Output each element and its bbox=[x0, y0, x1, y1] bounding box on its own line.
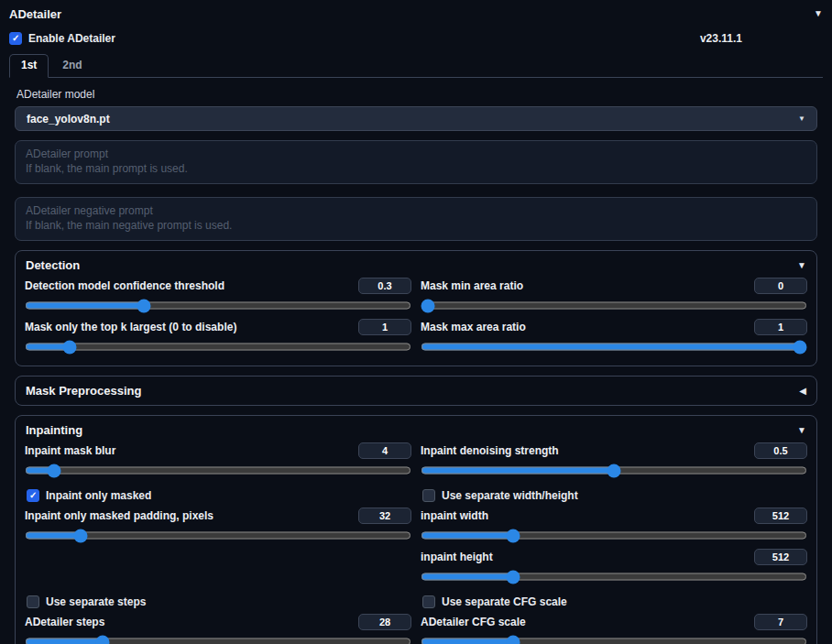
mask-preprocessing-accordion-header[interactable]: Mask Preprocessing ◀ bbox=[23, 384, 809, 398]
inpaint-width-control: inpaint width bbox=[421, 508, 807, 546]
use-separate-steps-checkbox[interactable]: Use separate steps bbox=[27, 595, 410, 609]
use-separate-cfg-scale-checkbox[interactable]: Use separate CFG scale bbox=[422, 595, 805, 609]
confidence-threshold-slider[interactable] bbox=[25, 299, 411, 312]
adetailer-cfg-scale-control: ADetailer CFG scale bbox=[421, 614, 807, 644]
adetailer-steps-input[interactable] bbox=[358, 614, 411, 630]
model-dropdown[interactable]: face_yolov8n.pt ▼ bbox=[15, 106, 817, 131]
mask-max-area-ratio-label: Mask max area ratio bbox=[421, 321, 526, 333]
inpainting-section: Inpainting ▼ Inpaint mask blur Inpaint d… bbox=[15, 415, 817, 644]
version-label: v23.11.1 bbox=[700, 32, 742, 45]
inpaint-height-input[interactable] bbox=[754, 549, 807, 565]
inpaint-mask-blur-control: Inpaint mask blur bbox=[25, 442, 411, 481]
collapse-arrow-icon[interactable]: ▼ bbox=[797, 261, 806, 270]
checkbox-box[interactable] bbox=[422, 489, 435, 502]
checkbox-box[interactable] bbox=[9, 32, 22, 45]
adetailer-cfg-scale-slider[interactable] bbox=[421, 635, 807, 644]
collapse-arrow-icon[interactable]: ▼ bbox=[814, 9, 823, 18]
inpaint-padding-slider[interactable] bbox=[25, 529, 411, 542]
mask-max-area-ratio-slider[interactable] bbox=[421, 340, 807, 354]
enable-adetailer-checkbox[interactable]: Enable ADetailer bbox=[9, 32, 115, 45]
mask-min-area-ratio-label: Mask min area ratio bbox=[421, 279, 523, 292]
extension-title: ADetailer bbox=[9, 7, 61, 21]
inpaint-padding-input[interactable] bbox=[358, 508, 411, 524]
inpaint-mask-blur-slider[interactable] bbox=[25, 464, 411, 477]
use-separate-steps-label: Use separate steps bbox=[46, 595, 146, 608]
confidence-threshold-control: Detection model confidence threshold bbox=[25, 278, 411, 316]
mask-min-area-ratio-slider[interactable] bbox=[421, 299, 807, 312]
top-k-largest-control: Mask only the top k largest (0 to disabl… bbox=[25, 319, 411, 357]
inpaint-height-control: inpaint height bbox=[421, 549, 807, 587]
inpaint-width-label: inpaint width bbox=[421, 509, 488, 522]
inpainting-title: Inpainting bbox=[26, 423, 82, 437]
top-k-largest-label: Mask only the top k largest (0 to disabl… bbox=[25, 321, 236, 333]
adetailer-cfg-scale-input[interactable] bbox=[754, 614, 807, 630]
top-k-largest-slider[interactable] bbox=[25, 340, 411, 354]
tab-1st[interactable]: 1st bbox=[9, 54, 49, 78]
detection-accordion-header[interactable]: Detection ▼ bbox=[23, 258, 809, 278]
mask-min-area-ratio-control: Mask min area ratio bbox=[421, 278, 807, 316]
inpaint-denoising-strength-control: Inpaint denoising strength bbox=[421, 442, 807, 481]
inpaint-height-label: inpaint height bbox=[421, 551, 493, 563]
extension-accordion-header[interactable]: ADetailer ▼ bbox=[9, 5, 823, 22]
model-label: ADetailer model bbox=[16, 88, 816, 101]
adetailer-steps-slider[interactable] bbox=[25, 635, 411, 644]
mask-preprocessing-section: Mask Preprocessing ◀ bbox=[15, 376, 817, 406]
mask-min-area-ratio-input[interactable] bbox=[754, 278, 807, 294]
use-separate-width-height-label: Use separate width/height bbox=[442, 489, 578, 502]
inpaint-only-masked-label: Inpaint only masked bbox=[46, 489, 151, 502]
checkbox-box[interactable] bbox=[27, 489, 39, 502]
empty-cell bbox=[25, 549, 411, 587]
inpaint-denoising-strength-input[interactable] bbox=[754, 442, 807, 459]
inpaint-mask-blur-input[interactable] bbox=[358, 442, 411, 459]
detection-section: Detection ▼ Detection model confidence t… bbox=[15, 250, 817, 366]
confidence-threshold-label: Detection model confidence threshold bbox=[25, 279, 224, 292]
negative-prompt-textarea[interactable] bbox=[15, 197, 817, 241]
detection-title: Detection bbox=[26, 258, 80, 272]
collapse-arrow-icon[interactable]: ▼ bbox=[797, 426, 806, 435]
tab-1st-label: 1st bbox=[21, 59, 37, 71]
inpaint-width-input[interactable] bbox=[754, 508, 807, 524]
confidence-threshold-input[interactable] bbox=[358, 278, 411, 294]
tab-2nd[interactable]: 2nd bbox=[50, 54, 93, 77]
checkbox-box[interactable] bbox=[422, 595, 435, 608]
inpaint-denoising-strength-label: Inpaint denoising strength bbox=[421, 444, 559, 457]
enable-adetailer-label: Enable ADetailer bbox=[28, 32, 115, 45]
use-separate-width-height-checkbox[interactable]: Use separate width/height bbox=[422, 488, 805, 503]
enable-row: Enable ADetailer v23.11.1 bbox=[9, 31, 823, 46]
inpaint-height-slider[interactable] bbox=[421, 570, 807, 584]
adetailer-panel: ADetailer ▼ Enable ADetailer v23.11.1 1s… bbox=[0, 0, 832, 644]
use-separate-cfg-scale-label: Use separate CFG scale bbox=[442, 595, 567, 608]
mask-max-area-ratio-input[interactable] bbox=[754, 319, 807, 335]
inpaint-mask-blur-label: Inpaint mask blur bbox=[25, 444, 115, 457]
collapse-arrow-left-icon[interactable]: ◀ bbox=[799, 387, 806, 396]
mask-max-area-ratio-control: Mask max area ratio bbox=[421, 319, 807, 357]
mask-preprocessing-title: Mask Preprocessing bbox=[26, 384, 141, 398]
adetailer-cfg-scale-label: ADetailer CFG scale bbox=[421, 616, 526, 628]
adetailer-steps-control: ADetailer steps bbox=[25, 614, 411, 644]
inpaint-padding-label: Inpaint only masked padding, pixels bbox=[25, 509, 213, 522]
tab-2nd-label: 2nd bbox=[62, 59, 82, 71]
top-k-largest-input[interactable] bbox=[358, 319, 411, 335]
adetailer-steps-label: ADetailer steps bbox=[25, 616, 104, 628]
inpaint-denoising-strength-slider[interactable] bbox=[421, 464, 807, 477]
model-value: face_yolov8n.pt bbox=[27, 113, 110, 126]
checkbox-box[interactable] bbox=[27, 595, 39, 608]
inpaint-only-masked-checkbox[interactable]: Inpaint only masked bbox=[27, 488, 410, 503]
inpaint-width-slider[interactable] bbox=[421, 529, 807, 542]
tab-bar: 1st 2nd bbox=[9, 54, 823, 78]
inpainting-accordion-header[interactable]: Inpainting ▼ bbox=[23, 423, 809, 442]
prompt-textarea[interactable] bbox=[15, 140, 817, 184]
tab-panel-1st: ADetailer model face_yolov8n.pt ▼ Detect… bbox=[9, 80, 823, 644]
inpaint-padding-control: Inpaint only masked padding, pixels bbox=[25, 508, 411, 546]
chevron-down-icon: ▼ bbox=[798, 115, 805, 123]
